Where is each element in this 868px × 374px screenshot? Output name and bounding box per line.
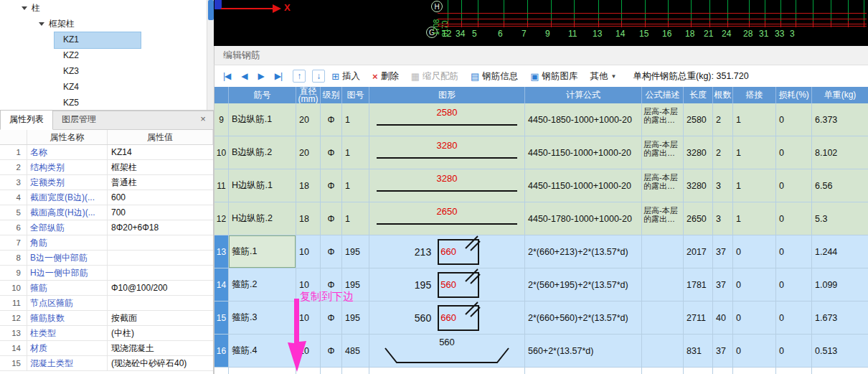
formula-cell[interactable]: 2*(560+195)+2*(13.57*d) xyxy=(525,268,642,301)
length-cell[interactable]: 2711 xyxy=(684,301,713,335)
loss-cell[interactable]: 0 xyxy=(776,103,812,136)
lap-cell[interactable]: 1 xyxy=(733,103,776,136)
shape-cell[interactable]: 195560 xyxy=(369,268,525,301)
formula-desc-cell[interactable]: 层高-本层的露出… xyxy=(642,136,684,169)
lap-cell[interactable]: 0 xyxy=(733,235,776,268)
count-cell[interactable]: 37 xyxy=(713,235,733,268)
formula-desc-cell[interactable] xyxy=(642,301,684,335)
property-value[interactable] xyxy=(108,235,213,250)
row-number[interactable]: 10 xyxy=(214,136,229,169)
formula-desc-cell[interactable] xyxy=(642,235,684,268)
first-record-button[interactable]: |◀ xyxy=(223,71,230,81)
shape-cell[interactable]: 2650 xyxy=(369,202,525,235)
property-value[interactable]: 普通柱 xyxy=(108,175,213,190)
level-cell[interactable]: Φ xyxy=(321,335,342,368)
length-cell[interactable]: 831 xyxy=(684,335,713,368)
level-cell[interactable]: Φ xyxy=(321,103,342,136)
count-cell[interactable]: 2 xyxy=(713,103,733,136)
row-number[interactable]: 15 xyxy=(214,301,229,335)
formula-cell[interactable]: 4450-1150-1000+1000-20 xyxy=(525,136,642,169)
loss-cell[interactable]: 0 xyxy=(776,202,812,235)
property-value[interactable]: (现浇砼中砂碎石40) xyxy=(108,356,213,370)
loss-cell[interactable]: 0 xyxy=(776,301,812,335)
row-number[interactable]: 12 xyxy=(214,202,229,235)
tree-scrollbar[interactable] xyxy=(207,0,214,111)
loss-cell[interactable]: 0 xyxy=(776,268,812,301)
count-cell[interactable]: 2 xyxy=(713,136,733,169)
formula-cell[interactable]: 4450-1850-1000+1000-20 xyxy=(525,103,642,136)
count-cell[interactable]: 3 xyxy=(713,169,733,202)
level-cell[interactable]: Φ xyxy=(321,169,342,202)
last-record-button[interactable]: ▶| xyxy=(275,71,282,81)
weight-cell[interactable]: 5.3 xyxy=(812,202,868,235)
row-number[interactable]: 17 xyxy=(214,368,229,374)
shape-cell[interactable]: 560 xyxy=(369,335,525,368)
row-number[interactable]: 16 xyxy=(214,335,229,368)
diameter-cell[interactable]: 18 xyxy=(296,169,321,202)
insert-button[interactable]: ⊞ 插入 xyxy=(331,70,360,83)
figure-no-cell[interactable]: 1 xyxy=(342,103,369,136)
property-value[interactable]: 框架柱 xyxy=(108,160,213,174)
shape-cell[interactable]: 3280 xyxy=(369,169,525,202)
row-number[interactable]: 13 xyxy=(214,235,229,268)
rebar-info-button[interactable]: ▤ 钢筋信息 xyxy=(471,70,518,83)
figure-no-cell[interactable]: 1 xyxy=(342,136,369,169)
tree-item-frame-column[interactable]: 框架柱 xyxy=(0,16,214,32)
weight-cell[interactable]: 0.513 xyxy=(812,335,868,368)
formula-desc-cell[interactable]: 层高-本层的露出… xyxy=(642,202,684,235)
length-cell[interactable]: 2650 xyxy=(684,202,713,235)
length-cell[interactable]: 2580 xyxy=(684,103,713,136)
figure-no-cell[interactable]: 1 xyxy=(342,169,369,202)
move-up-button[interactable]: ↑ xyxy=(293,70,306,83)
property-value[interactable]: 600 xyxy=(108,190,213,205)
figure-no-cell[interactable]: 195 xyxy=(342,301,369,335)
property-value[interactable]: 700 xyxy=(108,205,213,220)
length-cell[interactable]: 2017 xyxy=(684,235,713,268)
count-cell[interactable]: 37 xyxy=(713,335,733,368)
tree-item-kz2[interactable]: KZ2 xyxy=(0,47,214,63)
property-value[interactable]: (中柱) xyxy=(108,326,213,340)
other-menu-button[interactable]: 其他 ▼ xyxy=(590,70,617,83)
weight-cell[interactable]: 6.373 xyxy=(812,103,868,136)
level-cell[interactable]: Φ xyxy=(321,301,342,335)
figure-no-cell[interactable]: 1 xyxy=(342,202,369,235)
rebar-library-button[interactable]: ▣ 钢筋图库 xyxy=(530,70,577,83)
tree-item-kz3[interactable]: KZ3 xyxy=(0,63,214,79)
next-record-button[interactable]: ▶ xyxy=(258,71,264,81)
lap-cell[interactable]: 0 xyxy=(733,268,776,301)
loss-cell[interactable]: 0 xyxy=(776,136,812,169)
weight-cell[interactable]: 6.56 xyxy=(812,169,868,202)
level-cell[interactable]: Φ xyxy=(321,202,342,235)
tab-property-list[interactable]: 属性列表 xyxy=(0,110,53,130)
lap-cell[interactable]: 1 xyxy=(733,169,776,202)
figure-no-cell[interactable]: 195 xyxy=(342,235,369,268)
formula-cell[interactable]: 560+2*(13.57*d) xyxy=(525,335,642,368)
tab-layer-manage[interactable]: 图层管理 xyxy=(53,111,105,129)
property-value[interactable]: 按截面 xyxy=(108,311,213,325)
rebar-name-cell[interactable]: 箍筋.1 xyxy=(229,235,296,268)
tree-item-kz4[interactable]: KZ4 xyxy=(0,79,214,95)
weight-cell[interactable]: 1.244 xyxy=(812,235,868,268)
property-value[interactable] xyxy=(108,266,213,280)
loss-cell[interactable]: 0 xyxy=(776,335,812,368)
loss-cell[interactable]: 0 xyxy=(776,169,812,202)
property-value[interactable]: Φ10@100/200 xyxy=(108,281,213,295)
row-number[interactable]: 14 xyxy=(214,268,229,301)
shape-cell[interactable]: 3280 xyxy=(369,136,525,169)
rebar-name-cell[interactable]: B边纵筋.2 xyxy=(229,136,296,169)
formula-desc-cell[interactable]: 层高-本层的露出… xyxy=(642,169,684,202)
formula-cell[interactable]: 4450-1150-1000+1000-20 xyxy=(525,169,642,202)
row-number[interactable]: 9 xyxy=(214,103,229,136)
row-number[interactable]: 11 xyxy=(214,169,229,202)
property-value[interactable] xyxy=(108,251,213,265)
tree-item-column[interactable]: 柱 xyxy=(0,0,214,16)
tree-item-kz5[interactable]: KZ5 xyxy=(0,95,214,111)
lap-cell[interactable]: 0 xyxy=(733,301,776,335)
level-cell[interactable]: Φ xyxy=(321,136,342,169)
lap-cell[interactable]: 0 xyxy=(733,335,776,368)
cad-viewport[interactable]: X H G 1708 3170 123456791113141516182124… xyxy=(214,0,868,46)
weight-cell[interactable]: 1.673 xyxy=(812,301,868,335)
level-cell[interactable]: Φ xyxy=(321,235,342,268)
figure-no-cell[interactable]: 485 xyxy=(342,335,369,368)
length-cell[interactable]: 3280 xyxy=(684,169,713,202)
